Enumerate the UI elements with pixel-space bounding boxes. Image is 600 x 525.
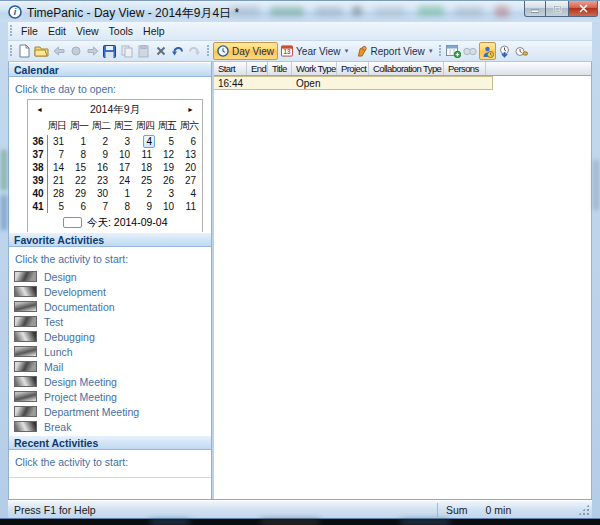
calendar-day[interactable]: 10 bbox=[157, 200, 179, 213]
calendar-day[interactable]: 7 bbox=[47, 148, 69, 161]
new-button[interactable] bbox=[16, 42, 33, 60]
calendar-day[interactable]: 23 bbox=[91, 174, 113, 187]
calendar-day[interactable]: 14 bbox=[47, 161, 69, 174]
calendar-day[interactable]: 2 bbox=[135, 187, 157, 200]
resize-grip[interactable] bbox=[578, 504, 590, 516]
toolbar-grip[interactable] bbox=[10, 45, 13, 57]
calendar-day[interactable]: 1 bbox=[69, 135, 91, 148]
activity-label[interactable]: Department Meeting bbox=[44, 406, 139, 418]
activity-label[interactable]: Mail bbox=[44, 361, 63, 373]
report-view-dropdown-icon[interactable]: ▼ bbox=[428, 48, 434, 54]
save-button[interactable] bbox=[101, 42, 118, 60]
back-button[interactable] bbox=[50, 42, 67, 60]
calendar-day[interactable]: 29 bbox=[69, 187, 91, 200]
add-entry-button[interactable] bbox=[445, 42, 462, 60]
calendar-month-label[interactable]: 2014年9月 bbox=[48, 103, 182, 117]
find-button[interactable] bbox=[462, 42, 479, 60]
activity-label[interactable]: Test bbox=[44, 316, 63, 328]
column-header-start[interactable]: Start bbox=[214, 62, 247, 75]
calendar-day[interactable]: 3 bbox=[113, 135, 135, 148]
calendar-day[interactable]: 6 bbox=[179, 135, 201, 148]
activity-label[interactable]: Documentation bbox=[44, 301, 115, 313]
calendar-day[interactable]: 18 bbox=[135, 161, 157, 174]
delete-button[interactable] bbox=[152, 42, 169, 60]
favorite-activity-design[interactable]: Design bbox=[9, 269, 211, 284]
favorite-activity-break[interactable]: Break bbox=[9, 419, 211, 434]
calendar-day[interactable]: 8 bbox=[113, 200, 135, 213]
calendar-day[interactable]: 25 bbox=[135, 174, 157, 187]
forward-button[interactable] bbox=[84, 42, 101, 60]
prev-month-button[interactable]: ◄ bbox=[36, 106, 48, 113]
activity-label[interactable]: Design Meeting bbox=[44, 376, 117, 388]
activity-label[interactable]: Design bbox=[44, 271, 77, 283]
next-month-button[interactable]: ► bbox=[182, 106, 194, 113]
open-button[interactable] bbox=[33, 42, 50, 60]
redo-button[interactable] bbox=[186, 42, 203, 60]
activity-label[interactable]: Development bbox=[44, 286, 106, 298]
favorite-activity-project-meeting[interactable]: Project Meeting bbox=[9, 389, 211, 404]
calendar-day[interactable]: 24 bbox=[113, 174, 135, 187]
column-header-persons[interactable]: Persons bbox=[444, 62, 486, 75]
calendar-day[interactable]: 19 bbox=[157, 161, 179, 174]
activity-label[interactable]: Debugging bbox=[44, 331, 95, 343]
toolbar-grip[interactable] bbox=[439, 45, 442, 57]
calendar-day[interactable]: 28 bbox=[47, 187, 69, 200]
calendar-day[interactable]: 11 bbox=[135, 148, 157, 161]
calendar-day[interactable]: 5 bbox=[47, 200, 69, 213]
table-row[interactable]: 16:44Open bbox=[214, 76, 493, 90]
calendar-day[interactable]: 3 bbox=[157, 187, 179, 200]
activity-label[interactable]: Break bbox=[44, 421, 71, 433]
favorite-activity-documentation[interactable]: Documentation bbox=[9, 299, 211, 314]
calendar-day[interactable]: 27 bbox=[179, 174, 201, 187]
calendar-day[interactable]: 30 bbox=[91, 187, 113, 200]
menubar-grip[interactable] bbox=[10, 25, 13, 37]
calendar-day[interactable]: 15 bbox=[69, 161, 91, 174]
calendar-day[interactable]: 7 bbox=[91, 200, 113, 213]
favorite-activity-department-meeting[interactable]: Department Meeting bbox=[9, 404, 211, 419]
favorite-activity-design-meeting[interactable]: Design Meeting bbox=[9, 374, 211, 389]
favorite-activity-lunch[interactable]: Lunch bbox=[9, 344, 211, 359]
column-header-title[interactable]: Title bbox=[268, 62, 292, 75]
menu-help[interactable]: Help bbox=[138, 23, 170, 39]
pause-tracking-button[interactable] bbox=[496, 42, 513, 60]
report-view-button[interactable]: Report View ▼ bbox=[353, 42, 437, 60]
calendar-day[interactable]: 5 bbox=[157, 135, 179, 148]
maximize-button[interactable] bbox=[546, 1, 568, 17]
edit-time-button[interactable] bbox=[513, 42, 530, 60]
calendar-day[interactable]: 12 bbox=[157, 148, 179, 161]
menu-tools[interactable]: Tools bbox=[104, 23, 139, 39]
calendar-day[interactable]: 13 bbox=[179, 148, 201, 161]
copy-button[interactable] bbox=[118, 42, 135, 60]
titlebar[interactable]: i TimePanic - Day View - 2014年9月4日 * bbox=[0, 0, 600, 22]
favorite-activity-development[interactable]: Development bbox=[9, 284, 211, 299]
paste-button[interactable] bbox=[135, 42, 152, 60]
calendar-day[interactable]: 26 bbox=[157, 174, 179, 187]
menu-edit[interactable]: Edit bbox=[43, 23, 71, 39]
toolbar-grip[interactable] bbox=[207, 45, 210, 57]
calendar-day[interactable]: 6 bbox=[69, 200, 91, 213]
column-header-work-type[interactable]: Work Type bbox=[292, 62, 337, 75]
track-time-button[interactable] bbox=[479, 42, 496, 60]
calendar-day[interactable]: 22 bbox=[69, 174, 91, 187]
activity-label[interactable]: Lunch bbox=[44, 346, 73, 358]
recent-section-header[interactable]: Recent Activities bbox=[9, 435, 211, 450]
favorite-activity-debugging[interactable]: Debugging bbox=[9, 329, 211, 344]
calendar-day[interactable]: 16 bbox=[91, 161, 113, 174]
favorite-activity-mail[interactable]: Mail bbox=[9, 359, 211, 374]
calendar-day[interactable]: 1 bbox=[113, 187, 135, 200]
calendar-today-label[interactable]: 今天: 2014-09-04 bbox=[87, 216, 168, 230]
column-header-end[interactable]: End bbox=[247, 62, 268, 75]
calendar-day[interactable]: 4 bbox=[179, 187, 201, 200]
calendar-day[interactable]: 11 bbox=[179, 200, 201, 213]
column-header-collaboration-type[interactable]: Collaboration Type bbox=[369, 62, 444, 75]
calendar-day[interactable]: 4 bbox=[135, 135, 157, 148]
close-button[interactable] bbox=[568, 1, 598, 17]
favorite-activity-test[interactable]: Test bbox=[9, 314, 211, 329]
calendar-day[interactable]: 31 bbox=[47, 135, 69, 148]
stop-button[interactable] bbox=[67, 42, 84, 60]
calendar-day[interactable]: 21 bbox=[47, 174, 69, 187]
day-view-button[interactable]: Day View bbox=[213, 42, 278, 60]
menu-file[interactable]: File bbox=[16, 23, 43, 39]
favorites-section-header[interactable]: Favorite Activities bbox=[9, 232, 211, 247]
column-header-project[interactable]: Project bbox=[337, 62, 369, 75]
